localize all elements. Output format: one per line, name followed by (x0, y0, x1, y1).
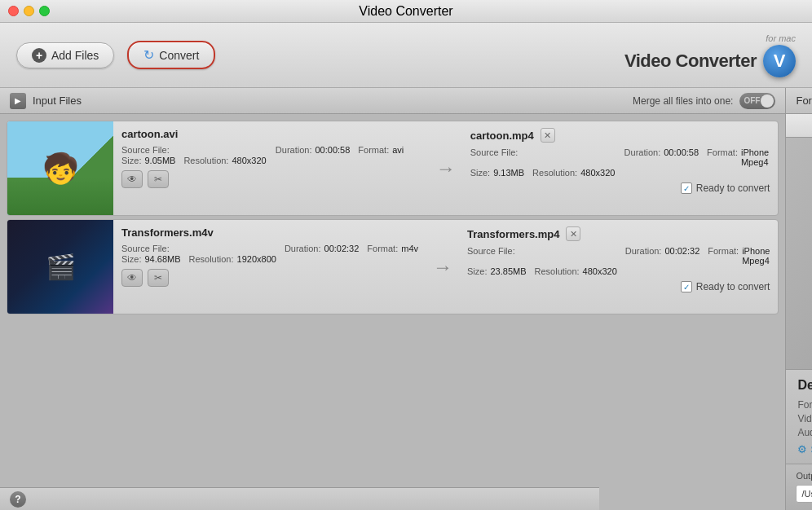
window-title: Video Converter (359, 4, 452, 19)
delete-button-2[interactable]: ✕ (566, 226, 580, 241)
format-tabs: iPhone Mpeg4 V (786, 114, 812, 138)
bottom-bar: ? (0, 487, 599, 510)
source-label-row: Source File: (121, 145, 267, 155)
audio-codec-key: Audio Codec: (797, 427, 812, 438)
output-filename: cartoon.mp4 (470, 130, 534, 142)
ready-label-2: Ready to convert (696, 281, 770, 292)
brand-logo: for mac Video Converter V (624, 33, 796, 77)
merge-label: Merge all files into one: (633, 95, 733, 107)
source-size-row-2: Size: 94.68MB Resolution: 1920x800 (121, 254, 276, 264)
source-filename-2: Transformers.m4v (121, 226, 214, 239)
action-icons: 👁 ✂ (121, 170, 169, 188)
file-thumbnail-cartoon: 🧒 (7, 121, 113, 215)
output-name-row-2: Transformers.mp4 ✕ (467, 226, 770, 241)
output-actions: ✓ Ready to convert (470, 182, 770, 194)
output-label: Source File: (470, 147, 519, 167)
audio-codec-line: Audio Codec: aac (797, 427, 812, 438)
source-filename: cartoon.avi (121, 128, 178, 140)
toggle-thumb (761, 95, 774, 108)
format-detail-line: Format: iPhone Mpeg4 (797, 399, 812, 411)
duration-label: Duration: (276, 145, 312, 155)
output-label-row-2: Source File: (467, 246, 617, 266)
video-codec-line: Video Codec: mpeg4 (797, 413, 812, 424)
cartoon-figure-icon: 🧒 (42, 152, 79, 186)
maximize-button[interactable] (39, 6, 50, 16)
source-details-2: Source File: Duration: 00:02:32 Format: … (121, 244, 418, 264)
action-icons-2: 👁 ✂ (121, 269, 169, 287)
gear-icon: ⚙ (797, 443, 807, 455)
play-icon: ▶ (10, 93, 26, 109)
ready-to-convert: ✓ Ready to convert (681, 182, 770, 194)
minimize-button[interactable] (24, 6, 34, 16)
output-duration-row-2: Duration: 00:02:32 Format: iPhone Mpeg4 (625, 246, 770, 266)
format-label: Format (796, 95, 812, 107)
input-header-left: ▶ Input Files (10, 93, 82, 109)
output-actions-2: ✓ Ready to convert (467, 281, 770, 292)
details-section: Details: Format: iPhone Mpeg4 Video Code… (786, 369, 812, 464)
format-value: avi (392, 145, 404, 155)
merge-section: Merge all files into one: OFF (633, 93, 775, 109)
toolbar: + Add Files ↻ Convert for mac Video Conv… (0, 23, 812, 88)
source-details: Source File: Duration: 00:00:58 Format: … (121, 145, 421, 165)
preview-icon-2[interactable]: 👁 (121, 269, 143, 287)
output-path-display: /Users/tenorshare/Desktop (796, 485, 812, 503)
add-files-button[interactable]: + Add Files (16, 42, 114, 68)
size-label: Size: (121, 156, 141, 165)
output-label-row: Source File: (470, 147, 616, 167)
brand-v-icon: V (763, 45, 796, 77)
format-tab-iphone[interactable]: iPhone Mpeg4 (786, 114, 812, 137)
ready-checkbox[interactable]: ✓ (681, 182, 692, 194)
preview-icon[interactable]: 👁 (121, 170, 143, 188)
table-row: 🧒 cartoon.avi Source File: Duration: 00:… (7, 121, 779, 216)
size-value: 9.05MB (144, 156, 175, 165)
right-panel: Format iPhone Mpeg4 V Details: Format: i… (786, 88, 812, 510)
format-header: Format (786, 88, 812, 114)
file-actions: 👁 ✂ (121, 170, 421, 188)
duration-value: 00:00:58 (316, 145, 351, 155)
video-codec-key: Video Codec: (797, 413, 812, 424)
output-duration-row: Duration: 00:00:58 Format: iPhone Mpeg4 (624, 147, 770, 167)
output-name-row: cartoon.mp4 ✕ (470, 128, 770, 143)
convert-button[interactable]: ↻ Convert (127, 41, 215, 69)
ready-to-convert-2: ✓ Ready to convert (681, 281, 770, 292)
source-name-row-2: Transformers.m4v (121, 226, 418, 239)
cartoon-thumbnail: 🧒 (7, 121, 113, 215)
file-actions-2: 👁 ✂ (121, 269, 418, 287)
format-label: Format: (358, 145, 389, 155)
source-duration-row: Duration: 00:00:58 Format: avi (276, 145, 421, 155)
brand-for-mac: for mac (766, 33, 796, 43)
res-label: Resolution: (183, 156, 228, 165)
file-source-info-2: Transformers.m4v Source File: Duration: … (113, 220, 426, 314)
source-label-row-2: Source File: (121, 244, 276, 253)
traffic-lights (8, 6, 50, 16)
arrow-section: → (430, 121, 462, 215)
add-files-label: Add Files (51, 49, 99, 62)
clip-icon[interactable]: ✂ (148, 170, 169, 188)
convert-label: Convert (159, 49, 199, 62)
output-filename-2: Transformers.mp4 (467, 228, 559, 240)
source-size-row: Size: 9.05MB Resolution: 480x320 (121, 156, 267, 165)
file-source-info: cartoon.avi Source File: Duration: 00:00… (113, 121, 430, 215)
delete-button[interactable]: ✕ (541, 128, 555, 143)
close-button[interactable] (8, 6, 19, 16)
file-list: 🧒 cartoon.avi Source File: Duration: 00:… (0, 114, 785, 510)
title-bar: Video Converter (0, 0, 812, 23)
help-button[interactable]: ? (10, 491, 26, 508)
details-title: Details: (797, 378, 812, 393)
arrow-section-2: → (426, 220, 459, 314)
output-section: cartoon.mp4 ✕ Source File: Duration: 00:… (462, 121, 779, 215)
brand-name: Video Converter V (624, 45, 796, 77)
refresh-icon: ↻ (143, 47, 154, 63)
source-name-row: cartoon.avi (121, 128, 421, 140)
table-row: 🎬 Transformers.m4v Source File: Duration… (7, 219, 779, 314)
res-value: 480x320 (232, 156, 266, 165)
settings-link[interactable]: ⚙ Settings (797, 443, 812, 455)
ready-checkbox-2[interactable]: ✓ (681, 281, 692, 292)
movie-thumbnail: 🎬 (7, 220, 113, 314)
output-details-2: Source File: Duration: 00:02:32 Format: … (467, 246, 770, 276)
source-label: Source File: (121, 145, 170, 155)
movie-figure-icon: 🎬 (46, 253, 76, 281)
merge-toggle[interactable]: OFF (739, 93, 775, 109)
toggle-off-label: OFF (744, 96, 760, 105)
clip-icon-2[interactable]: ✂ (148, 269, 169, 287)
